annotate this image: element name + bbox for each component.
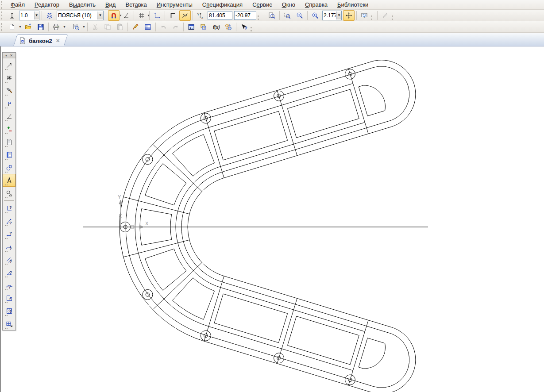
refresh-view-button[interactable] [359, 10, 370, 21]
measure-arc-button[interactable]: ? [3, 279, 15, 292]
snap-grid-button[interactable] [3, 71, 15, 84]
menu-item-window[interactable]: Окно [277, 0, 300, 9]
segment-boundary-line [153, 144, 202, 192]
slope-angle-button[interactable] [3, 110, 15, 123]
layer-combo-drop-icon[interactable]: ▼ [97, 12, 103, 19]
measure-area-button[interactable]: ? [3, 304, 15, 317]
menu-item-help[interactable]: Справка [300, 0, 332, 9]
measure-lines-button[interactable]: ? [3, 253, 15, 266]
layer-combo[interactable]: ▼ [57, 11, 104, 20]
toolbar-minigrip[interactable] [392, 15, 396, 20]
open-icon [25, 23, 32, 31]
copy-properties-button[interactable] [130, 22, 141, 32]
snap-grid-icon [6, 74, 13, 81]
menu-item-specification[interactable]: Спецификация [197, 0, 247, 9]
tab-balkon2[interactable]: балкон2 ✕ [13, 35, 68, 46]
toolbar-collapse-icon[interactable]: ▾ [5, 54, 7, 58]
menu-item-file[interactable]: Файл [6, 0, 30, 9]
zoom-current-button[interactable] [309, 10, 321, 21]
zoom-area-button[interactable] [282, 10, 293, 21]
magnet-icon [110, 12, 117, 19]
geometry-compass-button[interactable] [3, 174, 15, 187]
context-help-button[interactable]: ? [238, 22, 250, 32]
local-csys-button[interactable] [151, 10, 163, 21]
zoom-page-button[interactable] [266, 10, 278, 21]
notebook-button[interactable] [3, 148, 15, 161]
snaps-button[interactable]: ▾ [108, 10, 120, 21]
toolbar-separator [165, 11, 165, 20]
measure-combined-button[interactable] [3, 317, 15, 330]
toolbar-close-icon[interactable]: ✕ [10, 54, 13, 58]
shapes-button[interactable] [3, 187, 15, 200]
tab-close-icon[interactable]: ✕ [55, 38, 61, 44]
angle-snap-button[interactable] [120, 10, 132, 21]
segment-boundary-line [204, 276, 224, 341]
new-document-button[interactable] [6, 22, 18, 32]
measure-toolbar-header: ▾ ✕ [3, 53, 15, 58]
variables-button[interactable]: x [185, 22, 197, 32]
measure-point-button[interactable]: ? [3, 215, 15, 227]
measure-curve-length-button[interactable]: ? [3, 240, 15, 253]
save-document-button[interactable] [35, 22, 46, 32]
exchange-order-button[interactable]: 12 [223, 22, 234, 32]
props-icon [144, 23, 151, 31]
toolbar-grip[interactable] [1, 23, 5, 31]
menu-item-insert[interactable]: Вставка [120, 0, 151, 9]
menu-item-editor[interactable]: Редактор [30, 0, 64, 9]
step-combo-drop-icon[interactable]: ▼ [34, 12, 39, 19]
drawing-canvas[interactable]: XY ▾ ✕ ????????? [0, 46, 544, 392]
zoom-combo[interactable]: ▼ [322, 11, 342, 20]
print-preview-button[interactable] [70, 22, 81, 32]
pan-button[interactable] [343, 10, 355, 21]
menu-item-service[interactable]: Сервис [247, 0, 277, 9]
menu-item-libraries[interactable]: Библиотеки [332, 0, 373, 9]
toolbar-minigrip[interactable] [258, 15, 262, 20]
layers-button[interactable] [44, 10, 55, 21]
drawing-doc-icon [19, 37, 26, 44]
datum-flag-button[interactable] [3, 97, 15, 110]
step-combo-value[interactable] [19, 12, 34, 19]
zoom-combo-value[interactable] [323, 12, 336, 19]
coords-icon: Yx [197, 12, 204, 19]
menu-grip[interactable] [1, 1, 5, 9]
pointer-snap-button[interactable] [3, 58, 15, 71]
corner-mode-button[interactable] [167, 10, 178, 21]
svg-text:?: ? [9, 259, 12, 263]
measure-distance-button[interactable]: ? [3, 227, 15, 240]
toolbar-separator [155, 23, 156, 31]
sheet-button[interactable] [3, 135, 15, 148]
step-combo[interactable]: ▼ [19, 11, 39, 20]
zoom-combo-drop-icon[interactable]: ▼ [336, 12, 341, 19]
cursor-step-button[interactable] [6, 10, 18, 21]
zoom-in-button[interactable] [294, 10, 305, 21]
menu-item-tools[interactable]: Инструменты [152, 0, 197, 9]
measure-angle-button[interactable]: ? [3, 266, 15, 279]
properties-button[interactable] [142, 22, 154, 32]
toolbar-minigrip[interactable] [371, 15, 375, 20]
dropdown-arrow-icon[interactable]: ▼ [82, 22, 86, 32]
ortho-drawing-button[interactable] [179, 10, 191, 21]
measure-perimeter-button[interactable]: ? [3, 292, 15, 304]
toolbar-grip[interactable] [1, 12, 5, 19]
hammer-tool-button[interactable] [3, 84, 15, 97]
connection-point-marker [146, 158, 149, 161]
dropdown-arrow-icon[interactable]: ▼ [18, 22, 22, 32]
collection-button[interactable] [3, 161, 15, 174]
function-fx-button[interactable]: f(x) [210, 22, 222, 32]
plus-minus-button[interactable] [3, 123, 15, 135]
menu-item-view[interactable]: Вид [100, 0, 121, 9]
svg-text:Y: Y [197, 12, 200, 15]
coord-y-field[interactable] [234, 11, 256, 20]
print-button[interactable] [50, 22, 62, 32]
coord-x-field[interactable] [208, 11, 232, 20]
layer-combo-value[interactable] [57, 12, 97, 19]
measure-coord-button[interactable]: ? [3, 202, 15, 215]
grid-dropdown-icon[interactable]: ▾ [147, 11, 150, 20]
library-manager-button[interactable]: ? [198, 22, 209, 32]
open-document-button[interactable] [23, 22, 34, 32]
menu-item-select[interactable]: Выделить [64, 0, 100, 9]
segment-boundary-line [277, 90, 297, 155]
grid-button[interactable]: ▾ [136, 10, 147, 21]
toolbar-minigrip[interactable] [251, 27, 255, 31]
dropdown-arrow-icon[interactable]: ▼ [62, 22, 66, 32]
